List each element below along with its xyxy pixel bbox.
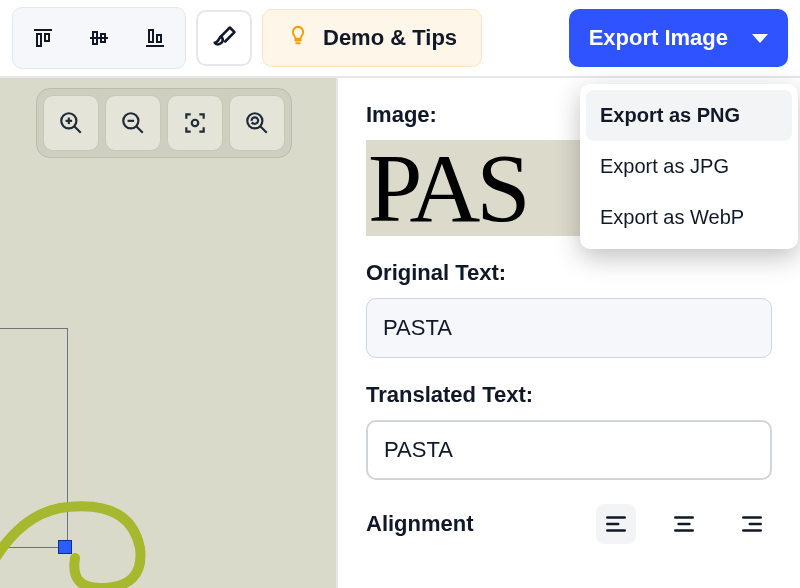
zoom-in-button[interactable]	[43, 95, 99, 151]
brush-icon	[210, 24, 238, 52]
align-right-button[interactable]	[732, 504, 772, 544]
original-text-field: PASTA	[366, 298, 772, 358]
align-top-button[interactable]	[19, 14, 67, 62]
align-top-icon	[31, 26, 55, 50]
demo-tips-label: Demo & Tips	[323, 25, 457, 51]
zoom-out-icon	[120, 110, 146, 136]
chevron-down-icon	[752, 34, 768, 43]
demo-tips-button[interactable]: Demo & Tips	[262, 9, 482, 67]
svg-rect-1	[37, 34, 41, 46]
svg-point-16	[192, 120, 199, 127]
original-text-value: PASTA	[383, 315, 452, 341]
align-left-icon	[603, 511, 629, 537]
zoom-toolbar	[36, 88, 292, 158]
alignment-row: Alignment	[366, 504, 772, 544]
zoom-in-icon	[58, 110, 84, 136]
alignment-buttons	[596, 504, 772, 544]
translated-text-value: PASTA	[384, 437, 453, 463]
translated-text-input[interactable]: PASTA	[366, 420, 772, 480]
export-jpg-item[interactable]: Export as JPG	[586, 141, 792, 192]
brush-button[interactable]	[196, 10, 252, 66]
svg-point-17	[247, 113, 262, 128]
svg-line-18	[260, 126, 267, 133]
alignment-label: Alignment	[366, 511, 474, 537]
zoom-fit-button[interactable]	[167, 95, 223, 151]
image-preview-text: PAS	[368, 140, 527, 236]
top-toolbar: Demo & Tips Export Image	[0, 0, 800, 78]
align-bottom-icon	[143, 26, 167, 50]
export-webp-item[interactable]: Export as WebP	[586, 192, 792, 243]
original-text-label: Original Text:	[366, 260, 772, 286]
zoom-reset-icon	[244, 110, 270, 136]
lightbulb-icon	[287, 24, 309, 52]
zoom-out-button[interactable]	[105, 95, 161, 151]
svg-rect-7	[149, 30, 153, 42]
export-dropdown: Export as PNG Export as JPG Export as We…	[580, 84, 798, 249]
align-right-icon	[739, 511, 765, 537]
canvas-viewport[interactable]	[0, 78, 338, 588]
canvas-artwork	[0, 458, 200, 588]
align-center-button[interactable]	[664, 504, 704, 544]
svg-rect-8	[157, 35, 161, 42]
svg-rect-2	[45, 34, 49, 41]
export-png-item[interactable]: Export as PNG	[586, 90, 792, 141]
align-tool-group	[12, 7, 186, 69]
align-left-button[interactable]	[596, 504, 636, 544]
translated-text-label: Translated Text:	[366, 382, 772, 408]
zoom-fit-icon	[182, 110, 208, 136]
align-middle-button[interactable]	[75, 14, 123, 62]
export-image-label: Export Image	[589, 25, 728, 51]
export-image-button[interactable]: Export Image	[569, 9, 788, 67]
svg-line-14	[136, 126, 143, 133]
align-center-icon	[671, 511, 697, 537]
align-middle-icon	[87, 26, 111, 50]
align-bottom-button[interactable]	[131, 14, 179, 62]
svg-line-10	[74, 126, 81, 133]
zoom-reset-button[interactable]	[229, 95, 285, 151]
